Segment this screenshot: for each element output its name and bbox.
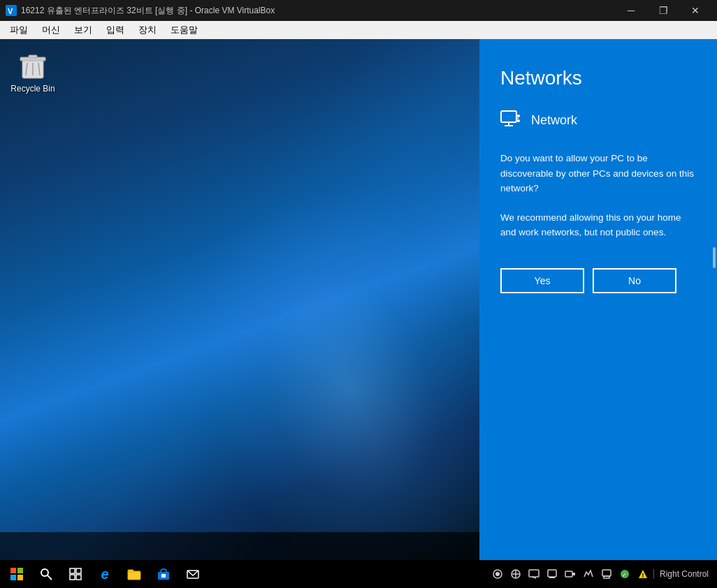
svg-rect-26 xyxy=(76,575,81,580)
svg-point-33 xyxy=(495,572,500,576)
network-description: Do you want to allow your PC to be disco… xyxy=(500,151,696,196)
start-button[interactable] xyxy=(3,560,31,588)
tray-icon-6[interactable] xyxy=(581,566,596,582)
no-button[interactable]: No xyxy=(593,268,676,293)
menu-item-파일[interactable]: 파일 xyxy=(3,21,35,39)
svg-rect-24 xyxy=(76,568,81,573)
tray-icons: ✓ ! xyxy=(490,566,651,582)
right-control-label: Right Control xyxy=(653,569,709,579)
network-item: Network xyxy=(500,110,696,130)
network-recommendation: We recommend allowing this on your home … xyxy=(500,210,696,240)
taskbar: e xyxy=(0,560,717,588)
window-title: 16212 유출된 엔터프라이즈 32비트 [실행 중] - Oracle VM… xyxy=(21,5,611,17)
tray-icon-5[interactable] xyxy=(563,566,578,582)
svg-rect-23 xyxy=(70,568,75,573)
menu-item-장치[interactable]: 장치 xyxy=(131,21,164,39)
recycle-bin-label: Recycle Bin xyxy=(10,84,55,94)
svg-rect-17 xyxy=(10,568,16,573)
svg-rect-18 xyxy=(17,568,23,573)
window-controls: ─ ❐ ✕ xyxy=(615,0,711,21)
svg-rect-41 xyxy=(565,571,572,577)
svg-text:V: V xyxy=(8,7,13,15)
tray-icon-4[interactable] xyxy=(544,566,560,582)
minimize-button[interactable]: ─ xyxy=(615,0,647,21)
close-button[interactable]: ✕ xyxy=(679,0,711,21)
svg-line-22 xyxy=(48,575,52,580)
task-view-button[interactable] xyxy=(61,560,89,588)
network-buttons: Yes No xyxy=(500,268,696,293)
svg-rect-30 xyxy=(161,574,166,578)
menubar: 파일머신보기입력장치도움말 xyxy=(0,21,717,39)
network-icon xyxy=(500,110,523,130)
networks-panel: Networks Network Do you want to allow yo… xyxy=(479,39,717,560)
svg-point-21 xyxy=(41,569,48,576)
virtualbox-icon: V xyxy=(6,5,17,16)
menu-item-도움말[interactable]: 도움말 xyxy=(164,21,205,39)
svg-text:✓: ✓ xyxy=(622,572,627,578)
svg-rect-37 xyxy=(529,570,539,577)
tray-icon-1[interactable] xyxy=(490,566,505,582)
search-button[interactable] xyxy=(32,560,60,588)
svg-rect-40 xyxy=(549,577,555,578)
tray-icon-3[interactable] xyxy=(526,566,542,582)
svg-rect-27 xyxy=(128,571,140,580)
yes-button[interactable]: Yes xyxy=(500,268,584,293)
tray-icon-7[interactable] xyxy=(599,566,614,582)
networks-title: Networks xyxy=(500,67,696,89)
main-content: Recycle Bin Networks Network Do you xyxy=(0,39,717,560)
explorer-button[interactable] xyxy=(120,560,148,588)
recycle-bin-icon-container[interactable]: Recycle Bin xyxy=(6,46,60,96)
svg-rect-8 xyxy=(501,111,516,122)
vm-desktop[interactable]: Recycle Bin xyxy=(0,39,479,560)
tray-icon-9[interactable]: ! xyxy=(635,566,651,582)
svg-rect-4 xyxy=(29,55,37,58)
svg-rect-28 xyxy=(128,570,133,572)
svg-text:!: ! xyxy=(642,572,644,579)
taskbar-right: ✓ ! Right Control xyxy=(490,566,714,582)
store-button[interactable] xyxy=(150,560,178,588)
edge-button[interactable]: e xyxy=(91,560,119,588)
desktop-taskbar-area xyxy=(0,532,479,560)
svg-rect-44 xyxy=(604,576,609,578)
mail-button[interactable] xyxy=(179,560,207,588)
svg-rect-19 xyxy=(10,575,16,580)
svg-rect-39 xyxy=(548,570,556,577)
restore-button[interactable]: ❐ xyxy=(647,0,679,21)
recycle-bin-icon xyxy=(16,49,50,82)
tray-icon-8[interactable]: ✓ xyxy=(617,566,632,582)
menu-item-보기[interactable]: 보기 xyxy=(67,21,99,39)
menu-item-입력[interactable]: 입력 xyxy=(99,21,131,39)
titlebar: V 16212 유출된 엔터프라이즈 32비트 [실행 중] - Oracle … xyxy=(0,0,717,21)
svg-rect-42 xyxy=(572,573,575,575)
scrollbar xyxy=(713,247,716,268)
network-label: Network xyxy=(531,113,577,128)
menu-item-머신[interactable]: 머신 xyxy=(35,21,67,39)
tray-icon-2[interactable] xyxy=(508,566,523,582)
svg-rect-43 xyxy=(602,570,611,576)
svg-rect-25 xyxy=(70,575,75,580)
svg-rect-20 xyxy=(17,575,23,580)
